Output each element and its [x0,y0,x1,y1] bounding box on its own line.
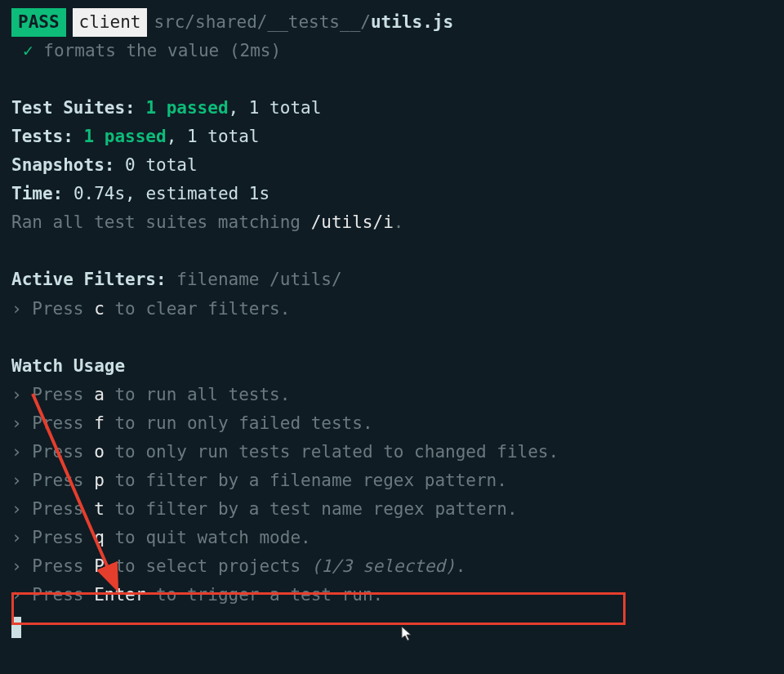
path-file: utils.js [371,12,453,32]
suites-total: , 1 total [229,98,322,118]
key-p: p [94,471,105,490]
clear-suffix: to clear filters. [105,299,291,319]
cursor-line[interactable] [11,609,773,638]
checkmark-icon: ✓ [23,41,33,60]
key-enter: Enter [94,585,145,605]
watch-usage-line-capital-p: › Press P to select projects (1/3 select… [11,552,773,581]
active-filters: Active Filters: filename /utils/ [11,266,773,294]
watch-usage-header: Watch Usage [11,352,773,381]
active-filters-value: filename /utils/ [176,270,341,289]
client-badge: client [73,8,148,37]
clear-prefix: › Press [11,299,94,319]
key-f: f [94,413,105,433]
summary-test-suites: Test Suites: 1 passed, 1 total [11,94,773,123]
terminal-cursor [11,617,21,638]
watch-usage-line-o: › Press o to only run tests related to c… [11,438,773,466]
test-file-path: src/shared/__tests__/utils.js [154,8,453,37]
snapshots-value: 0 total [125,155,198,175]
projects-selected-count: (1/3 selected) [311,556,456,576]
snapshots-label: Snapshots: [11,155,114,175]
test-file-header: PASS client src/shared/__tests__/utils.j… [11,8,773,37]
suites-passed: 1 passed [145,98,228,118]
key-q: q [94,528,105,547]
watch-usage-line-f: › Press f to run only failed tests. [11,409,773,438]
ran-prefix: Ran all test suites matching [11,212,311,232]
summary-tests: Tests: 1 passed, 1 total [11,123,773,151]
watch-usage-line-a: › Press a to run all tests. [11,381,773,409]
path-dir: src/shared/__tests__/ [154,12,371,32]
summary-snapshots: Snapshots: 0 total [11,151,773,180]
watch-usage-line-t: › Press t to filter by a test name regex… [11,495,773,524]
pass-badge: PASS [11,8,66,37]
key-t: t [94,499,105,519]
ran-suffix: . [394,212,404,232]
clear-key: c [94,299,105,319]
clear-filters-hint: › Press c to clear filters. [11,295,773,324]
watch-usage-line-q: › Press q to quit watch mode. [11,524,773,552]
tests-passed: 1 passed [84,127,167,146]
key-a: a [94,385,105,404]
suites-label: Test Suites: [11,98,136,118]
watch-usage-line-p: › Press p to filter by a filename regex … [11,466,773,495]
time-label: Time: [11,184,63,203]
test-result-line: ✓ formats the value (2ms) [11,37,773,65]
key-o: o [94,442,105,462]
watch-usage-line-enter: › Press Enter to trigger a test run. [11,581,773,609]
time-value: 0.74s, estimated 1s [74,184,270,203]
summary-ran: Ran all test suites matching /utils/i. [11,208,773,237]
active-filters-label: Active Filters: [11,270,167,289]
test-description: formats the value (2ms) [43,41,281,60]
ran-pattern: /utils/i [311,212,394,232]
tests-total: , 1 total [167,127,260,146]
key-capital-p: P [94,556,105,576]
tests-label: Tests: [11,127,74,146]
summary-time: Time: 0.74s, estimated 1s [11,180,773,208]
